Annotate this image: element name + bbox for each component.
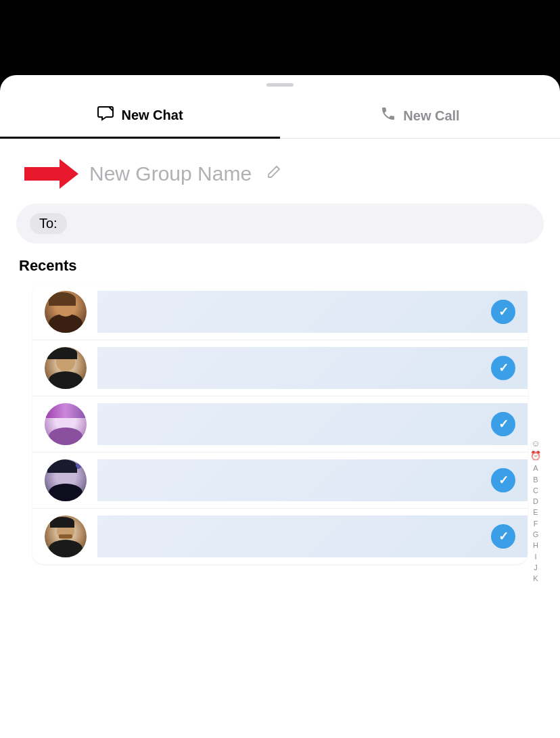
item-content	[97, 459, 528, 501]
check-circle: ✓	[491, 412, 515, 436]
to-label: To:	[30, 213, 67, 234]
avatar	[45, 403, 87, 445]
to-input[interactable]	[74, 216, 530, 231]
bottom-sheet: New Chat New Call New Group Name To:	[0, 75, 560, 738]
index-e[interactable]: E	[533, 508, 538, 517]
list-item[interactable]: ✓	[32, 396, 528, 453]
check-mark: ✓	[498, 529, 509, 544]
list-item[interactable]: ✓	[32, 340, 528, 396]
phone-icon	[380, 106, 396, 126]
svg-marker-1	[24, 159, 78, 189]
list-item[interactable]: ✓	[32, 453, 528, 509]
index-c[interactable]: C	[533, 486, 538, 495]
item-content	[97, 403, 528, 445]
item-content	[97, 515, 528, 557]
avatar	[45, 515, 87, 557]
list-item[interactable]: ✓	[32, 284, 528, 340]
list-item[interactable]: ✓	[32, 509, 528, 564]
avatar	[45, 459, 87, 501]
to-field-container: To:	[16, 204, 544, 244]
index-k[interactable]: K	[533, 574, 538, 584]
check-circle: ✓	[491, 524, 515, 549]
check-circle: ✓	[491, 356, 515, 380]
item-content	[97, 291, 528, 333]
recents-list: ✓ ✓	[32, 284, 528, 564]
drag-handle[interactable]	[266, 83, 294, 87]
index-smiley[interactable]: ☺	[531, 438, 540, 450]
tab-new-call-label: New Call	[403, 108, 459, 124]
recents-label: Recents	[0, 257, 560, 284]
tab-bar: New Chat New Call	[0, 92, 560, 139]
index-g[interactable]: G	[533, 530, 539, 540]
tab-new-chat-label: New Chat	[121, 108, 183, 123]
item-content	[97, 347, 528, 389]
tab-new-call[interactable]: New Call	[280, 92, 560, 138]
check-mark: ✓	[498, 417, 509, 432]
index-d[interactable]: D	[533, 497, 538, 507]
check-circle: ✓	[491, 468, 515, 492]
index-bar: ☺ ⏰ A B C D E F G H I J K	[528, 436, 544, 586]
avatar	[45, 347, 87, 389]
check-mark: ✓	[498, 361, 509, 375]
check-circle: ✓	[491, 300, 515, 324]
index-j[interactable]: J	[534, 563, 538, 572]
tab-new-chat[interactable]: New Chat	[0, 92, 280, 139]
index-h[interactable]: H	[533, 541, 538, 551]
index-f[interactable]: F	[534, 519, 538, 528]
group-name-placeholder[interactable]: New Group Name	[89, 162, 252, 185]
index-clock[interactable]: ⏰	[530, 451, 541, 463]
check-mark: ✓	[498, 473, 509, 488]
avatar	[45, 291, 87, 333]
edit-icon[interactable]	[266, 164, 281, 183]
arrow-icon	[24, 158, 78, 190]
check-mark: ✓	[498, 304, 509, 319]
index-i[interactable]: I	[534, 552, 536, 561]
chat-icon	[97, 104, 114, 126]
group-name-row: New Group Name	[0, 139, 560, 204]
index-b[interactable]: B	[533, 475, 538, 484]
index-a[interactable]: A	[533, 464, 538, 474]
